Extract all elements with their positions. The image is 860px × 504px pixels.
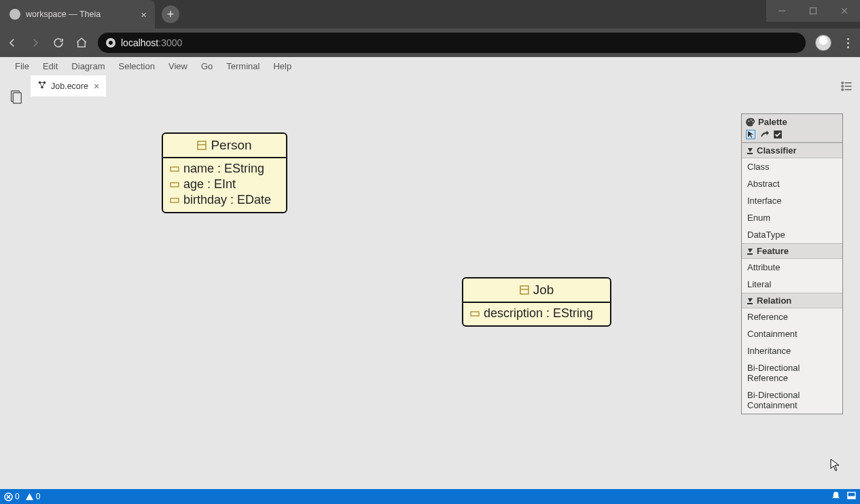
attribute-row[interactable]: description : EString: [470, 306, 603, 321]
menu-edit[interactable]: Edit: [36, 58, 65, 74]
attribute-icon: [170, 180, 179, 190]
tab-favicon: [10, 9, 20, 20]
os-titlebar: workspace — Theia × +: [0, 0, 860, 29]
palette-item-bidi-containment[interactable]: Bi-Directional Containment: [742, 386, 842, 414]
palette-group-label: Relation: [757, 295, 791, 306]
palette-item-bidi-reference[interactable]: Bi-Directional Reference: [742, 359, 842, 386]
menu-terminal[interactable]: Terminal: [219, 58, 266, 74]
editor-tab-row: Job.ecore ×: [31, 75, 860, 96]
svg-rect-20: [171, 167, 179, 171]
window-minimize-button[interactable]: [766, 0, 798, 22]
editor-area: Job.ecore ×: [31, 75, 860, 489]
svg-rect-1: [810, 8, 817, 14]
svg-point-14: [842, 85, 843, 86]
explorer-icon[interactable]: [8, 89, 23, 104]
menu-go[interactable]: Go: [194, 58, 219, 74]
window-maximize-button[interactable]: [798, 0, 829, 22]
palette-item-enum[interactable]: Enum: [742, 209, 842, 226]
editor-tab-label: Job.ecore: [51, 82, 88, 91]
browser-home-button[interactable]: [75, 36, 88, 50]
status-notifications-icon[interactable]: [831, 491, 840, 502]
class-node-header[interactable]: Person: [163, 134, 286, 157]
url-port: :3000: [158, 37, 182, 48]
ecore-file-icon: [37, 80, 47, 92]
browser-toolbar: localhost:3000: [0, 29, 860, 57]
menubar: File Edit Diagram Selection View Go Term…: [0, 57, 860, 75]
status-warnings[interactable]: 0: [25, 492, 41, 501]
palette-item-literal[interactable]: Literal: [742, 276, 842, 293]
palette-item-abstract[interactable]: Abstract: [742, 175, 842, 192]
profile-avatar[interactable]: [815, 35, 831, 51]
menu-help[interactable]: Help: [266, 58, 298, 74]
svg-rect-22: [171, 198, 179, 202]
palette-item-containment[interactable]: Containment: [742, 325, 842, 342]
svg-point-16: [842, 88, 843, 90]
browser-reload-button[interactable]: [52, 36, 65, 50]
palette-item-interface[interactable]: Interface: [742, 192, 842, 209]
attribute-icon: [170, 196, 179, 205]
status-errors[interactable]: 0: [4, 492, 20, 501]
palette-item-reference[interactable]: Reference: [742, 308, 842, 325]
palette-tool-marquee-icon[interactable]: [773, 130, 783, 139]
palette-group-relation[interactable]: Relation: [742, 293, 842, 308]
palette-item-datatype[interactable]: DataType: [742, 226, 842, 243]
svg-rect-23: [520, 286, 528, 294]
status-errors-count: 0: [15, 492, 20, 501]
browser-tab[interactable]: workspace — Theia ×: [0, 0, 155, 29]
attribute-text: birthday : EDate: [183, 193, 271, 207]
window-close-button[interactable]: [829, 0, 860, 22]
attribute-row[interactable]: age : EInt: [170, 177, 279, 192]
svg-rect-21: [171, 183, 179, 187]
address-bar[interactable]: localhost:3000: [98, 33, 806, 53]
class-icon: [520, 285, 529, 295]
site-info-icon[interactable]: [106, 38, 115, 48]
attribute-icon: [170, 164, 179, 174]
ide-shell: File Edit Diagram Selection View Go Term…: [0, 57, 860, 504]
palette-item-attribute[interactable]: Attribute: [742, 259, 842, 276]
svg-point-26: [749, 120, 750, 122]
status-panel-toggle-icon[interactable]: [847, 491, 856, 502]
svg-line-10: [40, 83, 43, 88]
svg-point-12: [842, 82, 843, 83]
svg-rect-32: [747, 303, 753, 304]
menu-selection[interactable]: Selection: [111, 58, 161, 74]
svg-point-28: [753, 121, 754, 122]
palette-title: Palette: [758, 117, 787, 127]
mouse-cursor-icon: [830, 458, 840, 472]
browser-menu-button[interactable]: [841, 38, 855, 48]
outline-toggle-icon[interactable]: [840, 75, 860, 96]
menu-view[interactable]: View: [162, 58, 194, 74]
palette-tool-delete-icon[interactable]: [759, 130, 769, 139]
new-tab-button[interactable]: +: [162, 5, 179, 23]
url-host: localhost: [121, 37, 158, 48]
attribute-row[interactable]: birthday : EDate: [170, 192, 279, 208]
svg-point-27: [751, 119, 752, 120]
class-node-header[interactable]: Job: [463, 278, 610, 302]
class-node-person[interactable]: Person name : EString age : EInt: [162, 132, 287, 213]
palette-item-class[interactable]: Class: [742, 158, 842, 175]
editor-tab-job-ecore[interactable]: Job.ecore ×: [31, 75, 106, 96]
tab-close-icon[interactable]: ×: [137, 9, 151, 20]
menu-file[interactable]: File: [8, 58, 36, 74]
palette-group-feature[interactable]: Feature: [742, 243, 842, 259]
palette-tool-select-icon[interactable]: [746, 130, 755, 139]
editor-tab-close-icon[interactable]: ×: [92, 81, 101, 92]
svg-rect-18: [198, 141, 206, 149]
browser-forward-button[interactable]: [29, 36, 42, 50]
svg-rect-31: [747, 253, 753, 255]
svg-rect-5: [13, 93, 21, 104]
svg-rect-30: [747, 153, 753, 154]
class-node-title: Job: [533, 283, 554, 298]
svg-rect-25: [471, 312, 479, 316]
diagram-canvas[interactable]: Person name : EString age : EInt: [31, 96, 860, 489]
attribute-icon: [470, 309, 480, 319]
class-node-job[interactable]: Job description : EString: [462, 277, 611, 327]
palette-group-classifier[interactable]: Classifier: [742, 143, 842, 158]
attribute-row[interactable]: name : EString: [170, 161, 279, 177]
menu-diagram[interactable]: Diagram: [65, 58, 111, 74]
attribute-text: description : EString: [484, 306, 593, 321]
palette-panel[interactable]: Palette: [741, 113, 843, 414]
palette-item-inheritance[interactable]: Inheritance: [742, 342, 842, 359]
browser-back-button[interactable]: [5, 36, 19, 50]
attribute-text: age : EInt: [183, 177, 236, 192]
